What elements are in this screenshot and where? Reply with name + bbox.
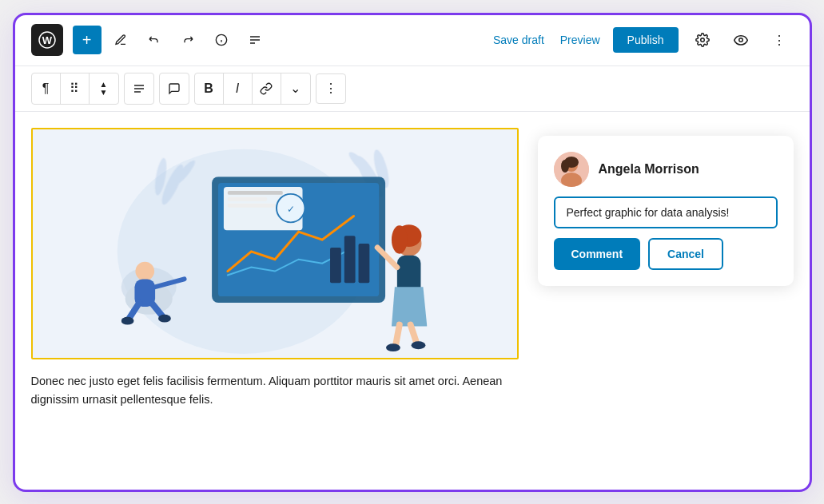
svg-point-42 [391,225,407,254]
format-toolbar: ¶ ⠿ ▲▼ B I [15,66,810,112]
comment-panel: Angela Morrison Comment Cancel [538,136,794,286]
comment-submit-button[interactable]: Comment [554,238,641,270]
svg-line-45 [410,324,416,343]
svg-rect-26 [227,190,282,194]
svg-rect-24 [358,244,369,283]
image-illustration: ✓ [33,129,517,358]
top-bar-left: + [73,26,269,54]
move-up-down-button[interactable]: ▲▼ [90,73,118,104]
more-formats-button[interactable]: ⌄ [281,73,310,104]
svg-point-47 [411,341,425,349]
svg-rect-23 [344,236,355,283]
commenter-name: Angela Morrison [599,162,699,177]
comment-toolbar-button[interactable] [160,73,189,104]
link-button[interactable] [253,73,281,104]
editor-area: ✓ [31,128,519,474]
drag-handle-button[interactable]: ⠿ [61,73,90,104]
svg-point-37 [121,316,133,324]
svg-point-9 [738,38,742,42]
svg-text:W: W [42,34,52,46]
svg-point-46 [386,343,400,351]
svg-rect-28 [227,203,274,207]
avatar [554,152,589,187]
comment-group [159,73,189,105]
svg-point-8 [700,38,704,42]
add-block-button[interactable]: + [73,26,102,54]
more-options-button[interactable]: ⋮ [765,26,794,54]
svg-text:✓: ✓ [286,203,294,214]
preview-button[interactable]: Preview [557,29,603,51]
top-bar: W + [15,15,810,66]
info-button[interactable] [207,26,236,54]
svg-rect-27 [227,196,266,200]
view-button[interactable] [726,26,755,54]
top-bar-right: Save draft Preview Publish ⋮ [490,26,794,54]
bold-button[interactable]: B [195,73,224,104]
image-block[interactable]: ✓ [31,128,519,359]
comment-header: Angela Morrison [554,152,778,187]
body-text: Donec nec justo eget felis facilisis fer… [31,372,519,409]
svg-point-33 [135,261,154,280]
comment-input[interactable] [554,196,778,228]
settings-button[interactable] [688,26,717,54]
block-more-options[interactable]: ⋮ [316,74,345,103]
publish-button[interactable]: Publish [613,27,679,53]
svg-line-44 [395,324,399,346]
text-format-group: B I ⌄ [194,73,311,105]
block-options-group: ⋮ [316,73,346,104]
paragraph-type-button[interactable]: ¶ [32,73,61,104]
app-window: W + [13,13,812,492]
save-draft-button[interactable]: Save draft [490,29,547,51]
redo-button[interactable] [173,26,202,54]
pen-icon-button[interactable] [106,26,135,54]
svg-point-16 [345,149,376,180]
list-view-button[interactable] [241,26,269,54]
undo-button[interactable] [140,26,169,54]
main-content: ✓ [15,112,810,490]
comment-actions: Comment Cancel [554,238,778,270]
align-group [124,73,154,105]
svg-point-53 [561,160,569,173]
comment-card: Angela Morrison Comment Cancel [538,136,794,286]
italic-button[interactable]: I [224,73,253,104]
svg-rect-22 [330,247,341,282]
align-button[interactable] [125,73,153,104]
wp-logo: W [31,24,63,56]
svg-point-38 [158,314,171,322]
cancel-button[interactable]: Cancel [648,238,723,270]
block-type-group: ¶ ⠿ ▲▼ [31,73,119,105]
